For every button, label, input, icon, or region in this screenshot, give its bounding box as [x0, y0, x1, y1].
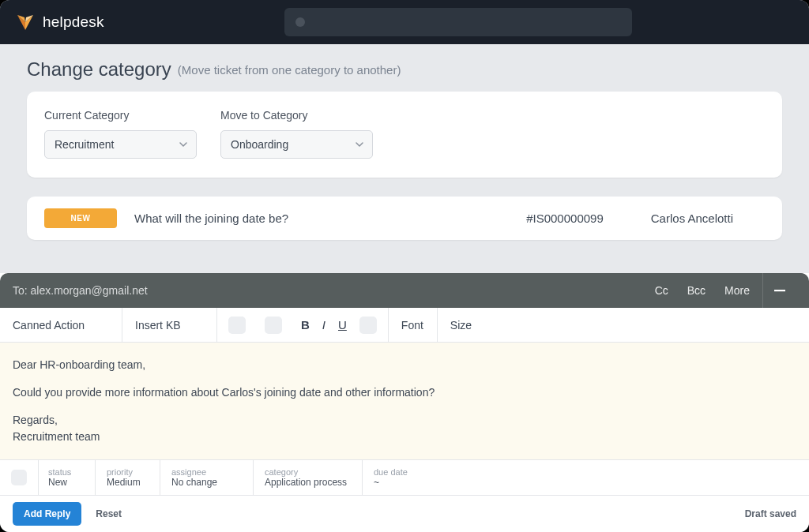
- current-category-label: Current Category: [44, 109, 197, 122]
- meta-due-date[interactable]: due date ~: [362, 460, 809, 495]
- moveto-category-select[interactable]: Onboarding: [220, 130, 373, 159]
- underline-button[interactable]: U: [338, 318, 347, 332]
- editor-header-right: Cc Bcc More: [655, 284, 750, 297]
- meta-due-label: due date: [374, 467, 798, 477]
- meta-assignee-value: No change: [171, 477, 242, 488]
- ticket-id: #IS000000099: [526, 212, 604, 225]
- reply-editor: To: alex.morgan@gmail.net Cc Bcc More Ca…: [0, 273, 809, 532]
- meta-priority[interactable]: priority Medium: [95, 460, 160, 495]
- editor-header: To: alex.morgan@gmail.net Cc Bcc More: [0, 273, 809, 308]
- body-regards: Regards,: [13, 412, 796, 429]
- meta-assignee-label: assignee: [171, 467, 242, 477]
- to-value: alex.morgan@gmail.net: [31, 284, 148, 297]
- more-button[interactable]: More: [724, 284, 750, 297]
- category-card: Current Category Recruitment Move to Cat…: [27, 92, 782, 178]
- font-select[interactable]: Font: [389, 308, 438, 342]
- meta-category-label: category: [265, 467, 351, 477]
- editor-body[interactable]: Dear HR-onboarding team, Could you provi…: [0, 343, 809, 459]
- chevron-down-icon: [355, 140, 364, 149]
- ticket-title: What will the joining date be?: [134, 212, 288, 225]
- reply-meta-row: status New priority Medium assignee No c…: [0, 459, 809, 496]
- meta-priority-value: Medium: [107, 477, 149, 488]
- meta-category-value: Application process: [265, 477, 351, 488]
- moveto-category-label: Move to Category: [220, 109, 373, 122]
- page-subtitle: (Move ticket from one category to anothe…: [178, 63, 401, 77]
- canned-action-button[interactable]: Canned Action: [0, 308, 122, 342]
- toolbar-icon-placeholder[interactable]: [359, 317, 377, 334]
- toolbar-icon-placeholder[interactable]: [265, 317, 282, 334]
- page-title: Change category: [27, 58, 171, 81]
- insert-kb-button[interactable]: Insert KB: [122, 308, 217, 342]
- current-category-value: Recruitment: [55, 138, 114, 151]
- moveto-category-group: Move to Category Onboarding: [220, 109, 373, 159]
- bcc-button[interactable]: Bcc: [687, 284, 706, 297]
- editor-footer: Add Reply Reset Draft saved: [0, 496, 809, 532]
- cc-button[interactable]: Cc: [655, 284, 668, 297]
- meta-assignee[interactable]: assignee No change: [160, 460, 253, 495]
- body-para-1: Could you provide more information about…: [13, 384, 796, 401]
- meta-checkbox[interactable]: [11, 470, 27, 485]
- status-badge: NEW: [44, 208, 117, 228]
- page-title-row: Change category (Move ticket from one ca…: [0, 44, 809, 92]
- size-select[interactable]: Size: [438, 308, 487, 342]
- search-placeholder-icon: [295, 17, 305, 27]
- bold-button[interactable]: B: [301, 318, 310, 332]
- toolbar-icon-placeholder[interactable]: [228, 317, 246, 334]
- collapse-button[interactable]: [763, 284, 796, 297]
- to-label: To:: [13, 284, 28, 297]
- draft-saved-label: Draft saved: [745, 508, 796, 519]
- meta-status-label: status: [48, 467, 84, 477]
- format-group: B I U: [217, 308, 389, 342]
- current-category-select[interactable]: Recruitment: [44, 130, 197, 159]
- minus-icon: [773, 284, 786, 297]
- ticket-assignee: Carlos Ancelotti: [651, 212, 733, 225]
- meta-status[interactable]: status New: [38, 460, 95, 495]
- chevron-down-icon: [179, 140, 188, 149]
- body-greeting: Dear HR-onboarding team,: [13, 357, 796, 373]
- current-category-group: Current Category Recruitment: [44, 109, 197, 159]
- brand-logo: helpdesk: [16, 13, 104, 32]
- global-search-input[interactable]: [284, 8, 632, 36]
- meta-status-value: New: [48, 477, 84, 488]
- reset-button[interactable]: Reset: [96, 508, 122, 519]
- ticket-card[interactable]: NEW What will the joining date be? #IS00…: [27, 197, 782, 240]
- meta-checkbox-wrap: [0, 460, 38, 495]
- italic-button[interactable]: I: [322, 318, 325, 332]
- meta-priority-label: priority: [107, 467, 149, 477]
- add-reply-button[interactable]: Add Reply: [13, 502, 81, 526]
- body-signature: Recruitment team: [13, 429, 796, 445]
- brand-name: helpdesk: [43, 13, 104, 31]
- meta-category[interactable]: category Application process: [253, 460, 362, 495]
- meta-due-value: ~: [374, 477, 798, 488]
- moveto-category-value: Onboarding: [231, 138, 288, 151]
- editor-toolbar: Canned Action Insert KB B I U Font Size: [0, 308, 809, 343]
- svg-rect-0: [774, 290, 785, 291]
- editor-to: To: alex.morgan@gmail.net: [13, 284, 148, 297]
- top-bar: helpdesk: [0, 0, 809, 44]
- fox-logo-icon: [16, 13, 35, 32]
